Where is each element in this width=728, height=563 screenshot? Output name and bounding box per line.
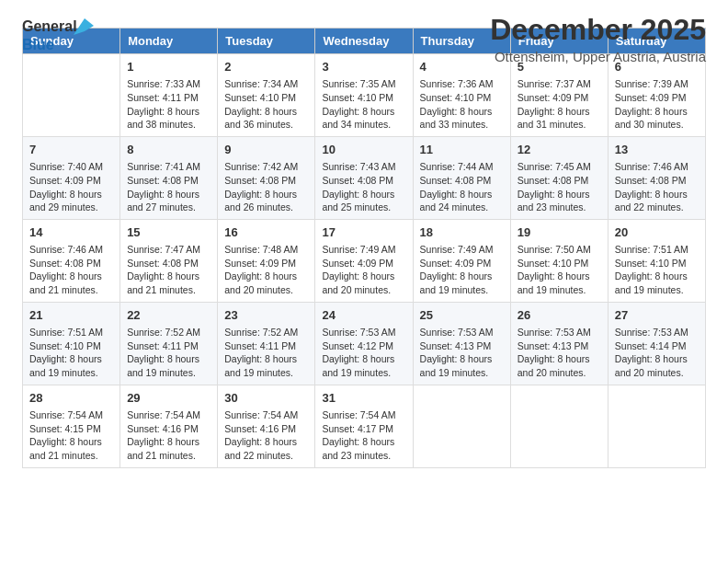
calendar-week-2: 14Sunrise: 7:46 AM Sunset: 4:08 PM Dayli… xyxy=(23,219,706,302)
calendar-cell: 22Sunrise: 7:52 AM Sunset: 4:11 PM Dayli… xyxy=(120,302,218,385)
day-info: Sunrise: 7:37 AM Sunset: 4:09 PM Dayligh… xyxy=(518,77,601,132)
day-number: 1 xyxy=(127,59,210,75)
day-info: Sunrise: 7:46 AM Sunset: 4:08 PM Dayligh… xyxy=(29,243,113,297)
day-number: 10 xyxy=(322,142,405,158)
svg-marker-4 xyxy=(74,18,94,35)
weekday-header-monday: Monday xyxy=(120,29,218,54)
day-info: Sunrise: 7:53 AM Sunset: 4:13 PM Dayligh… xyxy=(420,326,504,380)
day-info: Sunrise: 7:49 AM Sunset: 4:09 PM Dayligh… xyxy=(322,243,405,297)
calendar-cell xyxy=(510,385,608,467)
day-info: Sunrise: 7:45 AM Sunset: 4:08 PM Dayligh… xyxy=(518,160,601,214)
day-number: 26 xyxy=(518,307,601,324)
day-info: Sunrise: 7:33 AM Sunset: 4:11 PM Dayligh… xyxy=(127,77,210,132)
logo-container: General Blue xyxy=(22,18,77,59)
day-number: 29 xyxy=(127,390,210,407)
calendar-cell: 8Sunrise: 7:41 AM Sunset: 4:08 PM Daylig… xyxy=(120,136,218,219)
title-overlay: December 2025 Ottensheim, Upper Austria,… xyxy=(490,13,706,64)
day-number: 2 xyxy=(224,59,308,75)
day-number: 15 xyxy=(127,224,210,241)
day-info: Sunrise: 7:52 AM Sunset: 4:11 PM Dayligh… xyxy=(127,326,210,380)
day-info: Sunrise: 7:41 AM Sunset: 4:08 PM Dayligh… xyxy=(127,160,210,214)
month-title-overlay: December 2025 xyxy=(490,13,706,47)
day-number: 11 xyxy=(420,142,504,158)
day-info: Sunrise: 7:54 AM Sunset: 4:15 PM Dayligh… xyxy=(29,408,113,463)
calendar-cell: 2Sunrise: 7:34 AM Sunset: 4:10 PM Daylig… xyxy=(218,54,315,137)
day-number: 28 xyxy=(29,390,113,407)
day-number: 24 xyxy=(322,307,405,324)
day-number: 27 xyxy=(615,307,699,324)
calendar-cell: 6Sunrise: 7:39 AM Sunset: 4:09 PM Daylig… xyxy=(608,54,705,137)
calendar-cell: 28Sunrise: 7:54 AM Sunset: 4:15 PM Dayli… xyxy=(23,385,120,467)
day-info: Sunrise: 7:35 AM Sunset: 4:10 PM Dayligh… xyxy=(322,77,405,132)
day-number: 3 xyxy=(322,59,405,75)
day-info: Sunrise: 7:51 AM Sunset: 4:10 PM Dayligh… xyxy=(615,243,699,297)
location-overlay: Ottensheim, Upper Austria, Austria xyxy=(490,49,706,64)
calendar-table: SundayMondayTuesdayWednesdayThursdayFrid… xyxy=(22,28,706,468)
day-number: 21 xyxy=(29,307,113,324)
calendar-cell: 13Sunrise: 7:46 AM Sunset: 4:08 PM Dayli… xyxy=(608,136,705,219)
day-info: Sunrise: 7:49 AM Sunset: 4:09 PM Dayligh… xyxy=(420,243,504,297)
calendar-cell: 11Sunrise: 7:44 AM Sunset: 4:08 PM Dayli… xyxy=(413,136,510,219)
calendar-cell: 17Sunrise: 7:49 AM Sunset: 4:09 PM Dayli… xyxy=(315,219,413,302)
calendar-cell: 16Sunrise: 7:48 AM Sunset: 4:09 PM Dayli… xyxy=(218,219,315,302)
day-info: Sunrise: 7:54 AM Sunset: 4:16 PM Dayligh… xyxy=(127,408,210,463)
day-number: 9 xyxy=(224,142,308,158)
day-number: 8 xyxy=(127,142,210,158)
day-number: 19 xyxy=(518,224,601,241)
day-info: Sunrise: 7:53 AM Sunset: 4:13 PM Dayligh… xyxy=(518,326,601,380)
calendar-cell: 27Sunrise: 7:53 AM Sunset: 4:14 PM Dayli… xyxy=(608,302,705,385)
day-info: Sunrise: 7:40 AM Sunset: 4:09 PM Dayligh… xyxy=(29,160,113,214)
calendar-cell: 12Sunrise: 7:45 AM Sunset: 4:08 PM Dayli… xyxy=(510,136,608,219)
day-info: Sunrise: 7:44 AM Sunset: 4:08 PM Dayligh… xyxy=(420,160,504,214)
day-number: 17 xyxy=(322,224,405,241)
calendar-cell: 7Sunrise: 7:40 AM Sunset: 4:09 PM Daylig… xyxy=(23,136,120,219)
calendar-cell: 15Sunrise: 7:47 AM Sunset: 4:08 PM Dayli… xyxy=(120,219,218,302)
logo-arrow-icon xyxy=(74,18,94,35)
day-number: 18 xyxy=(420,224,504,241)
calendar-cell: 21Sunrise: 7:51 AM Sunset: 4:10 PM Dayli… xyxy=(23,302,120,385)
day-number: 14 xyxy=(29,224,113,241)
calendar-cell: 23Sunrise: 7:52 AM Sunset: 4:11 PM Dayli… xyxy=(218,302,315,385)
day-info: Sunrise: 7:43 AM Sunset: 4:08 PM Dayligh… xyxy=(322,160,405,214)
calendar-cell: 1Sunrise: 7:33 AM Sunset: 4:11 PM Daylig… xyxy=(120,54,218,137)
day-number: 25 xyxy=(420,307,504,324)
day-info: Sunrise: 7:53 AM Sunset: 4:14 PM Dayligh… xyxy=(615,326,699,380)
calendar-week-0: 1Sunrise: 7:33 AM Sunset: 4:11 PM Daylig… xyxy=(23,54,706,137)
day-info: Sunrise: 7:34 AM Sunset: 4:10 PM Dayligh… xyxy=(224,77,308,132)
day-info: Sunrise: 7:53 AM Sunset: 4:12 PM Dayligh… xyxy=(322,326,405,380)
day-info: Sunrise: 7:39 AM Sunset: 4:09 PM Dayligh… xyxy=(615,77,699,132)
day-number: 31 xyxy=(322,390,405,407)
calendar-cell: 25Sunrise: 7:53 AM Sunset: 4:13 PM Dayli… xyxy=(413,302,510,385)
calendar-cell xyxy=(413,385,510,467)
day-info: Sunrise: 7:51 AM Sunset: 4:10 PM Dayligh… xyxy=(29,326,113,380)
calendar-cell: 5Sunrise: 7:37 AM Sunset: 4:09 PM Daylig… xyxy=(510,54,608,137)
calendar-cell: 30Sunrise: 7:54 AM Sunset: 4:16 PM Dayli… xyxy=(218,385,315,467)
day-number: 22 xyxy=(127,307,210,324)
day-number: 23 xyxy=(224,307,308,324)
day-number: 30 xyxy=(224,390,308,407)
day-info: Sunrise: 7:54 AM Sunset: 4:17 PM Dayligh… xyxy=(322,408,405,463)
day-info: Sunrise: 7:42 AM Sunset: 4:08 PM Dayligh… xyxy=(224,160,308,214)
calendar-cell: 14Sunrise: 7:46 AM Sunset: 4:08 PM Dayli… xyxy=(23,219,120,302)
day-number: 16 xyxy=(224,224,308,241)
day-number: 13 xyxy=(615,142,699,158)
calendar-cell: 26Sunrise: 7:53 AM Sunset: 4:13 PM Dayli… xyxy=(510,302,608,385)
calendar-week-3: 21Sunrise: 7:51 AM Sunset: 4:10 PM Dayli… xyxy=(23,302,706,385)
day-info: Sunrise: 7:54 AM Sunset: 4:16 PM Dayligh… xyxy=(224,408,308,463)
calendar-cell: 3Sunrise: 7:35 AM Sunset: 4:10 PM Daylig… xyxy=(315,54,413,137)
weekday-header-wednesday: Wednesday xyxy=(315,29,413,54)
weekday-header-tuesday: Tuesday xyxy=(218,29,315,54)
calendar-cell xyxy=(608,385,705,467)
calendar-cell xyxy=(23,54,120,137)
day-info: Sunrise: 7:47 AM Sunset: 4:08 PM Dayligh… xyxy=(127,243,210,297)
calendar-cell: 10Sunrise: 7:43 AM Sunset: 4:08 PM Dayli… xyxy=(315,136,413,219)
logo-text-blue: Blue xyxy=(22,37,54,53)
day-info: Sunrise: 7:36 AM Sunset: 4:10 PM Dayligh… xyxy=(420,77,504,132)
day-number: 7 xyxy=(29,142,113,158)
calendar-cell: 18Sunrise: 7:49 AM Sunset: 4:09 PM Dayli… xyxy=(413,219,510,302)
day-number: 12 xyxy=(518,142,601,158)
calendar-cell: 19Sunrise: 7:50 AM Sunset: 4:10 PM Dayli… xyxy=(510,219,608,302)
day-info: Sunrise: 7:52 AM Sunset: 4:11 PM Dayligh… xyxy=(224,326,308,380)
day-info: Sunrise: 7:48 AM Sunset: 4:09 PM Dayligh… xyxy=(224,243,308,297)
calendar-week-4: 28Sunrise: 7:54 AM Sunset: 4:15 PM Dayli… xyxy=(23,385,706,467)
